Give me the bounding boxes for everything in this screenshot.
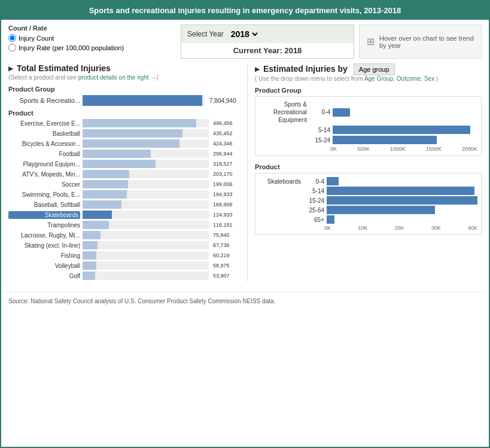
product-bar-fill (83, 170, 129, 178)
product-bar-value: 116,191 (213, 222, 240, 228)
product-bar-container (83, 272, 209, 280)
product-name: Basketball (8, 130, 80, 137)
select-year-box: Select Year 2018 2017 2016 2015 2014 201… (181, 25, 354, 59)
product-bar-fill (83, 231, 101, 239)
product-name: Skateboards (8, 211, 80, 219)
age-group-dropdown[interactable]: Age group (354, 63, 395, 75)
product-name: Football (8, 151, 80, 157)
prod-age-65+: 65+ (303, 217, 324, 223)
product-bar-container (83, 211, 209, 219)
right-panel: ▶ Estimated Injuries by Age group ( Use … (248, 63, 482, 282)
product-bar-value: 124,933 (213, 212, 240, 218)
product-list-item[interactable]: Exercise, Exercise E...496,456 (8, 119, 240, 127)
right-subtitle: ( Use the drop down menu to select from … (255, 75, 482, 82)
prod-row-5-14: 5-14 (259, 187, 477, 195)
product-list-item[interactable]: Baseball, Softball168,906 (8, 200, 240, 209)
product-bar-fill (83, 211, 112, 219)
prod-age-25-64: 25-64 (303, 207, 324, 214)
product-name: Volleyball (8, 263, 80, 269)
product-bar-value: 318,527 (213, 161, 240, 167)
product-list-item[interactable]: Skating (excl. In-line)67,736 (8, 241, 240, 249)
product-bar-fill (83, 200, 121, 209)
product-list-item[interactable]: Football296,944 (8, 150, 240, 158)
injury-count-radio[interactable]: Injury Count (8, 34, 176, 42)
pg-bar-fill (83, 95, 202, 106)
prod-row-25-64: 25-64 (259, 206, 477, 214)
product-bar-value: 435,452 (213, 130, 240, 136)
product-list-item[interactable]: Soccer199,006 (8, 180, 240, 188)
pg-row-0-4: Sports &RecreationalEquipment 0-4 (259, 100, 477, 124)
page-title: Sports and recreational injuries resulti… (1, 1, 489, 20)
product-name: Skating (excl. In-line) (8, 242, 80, 249)
injury-rate-label: Injury Rate (per 100,000 population) (19, 44, 124, 51)
hover-hint-box: ⊞ Hover over on chart to see trend by ye… (359, 25, 482, 59)
product-list-item[interactable]: Golf53,907 (8, 272, 240, 280)
product-name: Exercise, Exercise E... (8, 120, 80, 127)
product-name: Golf (8, 273, 80, 279)
pg-bar-container (83, 95, 205, 106)
product-list-item[interactable]: Playground Equipm...318,527 (8, 160, 240, 168)
product-bar-value: 203,170 (213, 171, 240, 177)
prod-x-axis: 0K10K20K30K40K (259, 225, 477, 231)
product-name: Lacrosse, Rugby, Mi... (8, 232, 80, 239)
product-name: Baseball, Softball (8, 202, 80, 208)
product-bar-container (83, 129, 209, 138)
main-container: Sports and recreational injuries resulti… (0, 0, 490, 448)
product-bar-fill (83, 251, 96, 260)
product-bar-fill (83, 139, 179, 148)
product-name: Bicycles & Accessor... (8, 141, 80, 147)
product-bar-container (83, 200, 209, 209)
product-group-label: Product Group (8, 86, 242, 93)
product-bar-container (83, 119, 209, 127)
left-panel: ▶ Total Estimated Injuries (Select a pro… (8, 63, 248, 282)
product-list-item[interactable]: Bicycles & Accessor...424,346 (8, 139, 240, 148)
product-bar-fill (83, 119, 196, 127)
product-list-item[interactable]: Skateboards124,933 (8, 211, 240, 219)
pg-age-15-24: 15-24 (309, 137, 330, 144)
pg-age-5-14: 5-14 (309, 127, 330, 133)
product-name: ATV's, Mopeds, Min... (8, 171, 80, 178)
product-list-item[interactable]: Swimming, Pools, E...194,933 (8, 190, 240, 199)
product-group-row[interactable]: Sports & Recreatio... 7,804,940 (8, 95, 242, 106)
current-year-value: 2018 (284, 46, 302, 55)
prod-age-15-24: 15-24 (303, 197, 324, 204)
product-list-item[interactable]: ATV's, Mopeds, Min...203,170 (8, 170, 240, 178)
product-bar-fill (83, 261, 96, 270)
injury-count-label: Injury Count (19, 35, 54, 42)
pg-bar-value: 7,804,940 (209, 97, 242, 104)
product-list-item[interactable]: Trampolines116,191 (8, 221, 240, 229)
year-select[interactable]: 2018 2017 2016 2015 2014 2013 (229, 29, 260, 39)
pg-age-0-4: 0-4 (309, 109, 330, 115)
pg-chart-section: Product Group Sports &RecreationalEquipm… (255, 87, 482, 156)
product-bar-value: 194,933 (213, 191, 240, 197)
prod-age-0-4: 0-4 (303, 178, 324, 185)
prod-row-15-24: 15-24 (259, 196, 477, 205)
injury-rate-radio[interactable]: Injury Rate (per 100,000 population) (8, 44, 176, 51)
product-bar-fill (83, 160, 156, 168)
product-list-item[interactable]: Basketball435,452 (8, 129, 240, 138)
count-rate-label: Count / Rate (8, 25, 176, 32)
pg-x-axis: 0K500K1000K1500K2000K (259, 146, 477, 152)
product-list-item[interactable]: Lacrosse, Rugby, Mi...75,840 (8, 231, 240, 239)
product-bar-container (83, 190, 209, 199)
product-name: Soccer (8, 181, 80, 188)
count-rate-box: Count / Rate Injury Count Injury Rate (p… (8, 25, 176, 59)
product-list-item[interactable]: Volleyball58,975 (8, 261, 240, 270)
select-year-label: Select Year (187, 30, 224, 38)
product-bar-container (83, 241, 209, 249)
hover-hint-text: Hover over on chart to see trend by year (379, 35, 474, 49)
product-bar-container (83, 150, 209, 158)
product-bar-container (83, 139, 209, 148)
product-name: Fishing (8, 252, 80, 259)
play-icon-right: ▶ (255, 66, 260, 72)
product-list-item[interactable]: Fishing60,219 (8, 251, 240, 260)
product-bar-container (83, 170, 209, 178)
product-chart-section: Product Skateboards 0-4 (255, 163, 482, 235)
pg-group-name: Sports &RecreationalEquipment (259, 100, 307, 124)
product-label: Product (8, 109, 242, 117)
product-bar-value: 75,840 (213, 232, 240, 238)
product-bar-value: 58,975 (213, 263, 240, 269)
left-subtitle: (Select a product and see product detail… (8, 74, 242, 81)
prod-row-65+: 65+ (259, 215, 477, 224)
product-bar-value: 168,906 (213, 202, 240, 208)
